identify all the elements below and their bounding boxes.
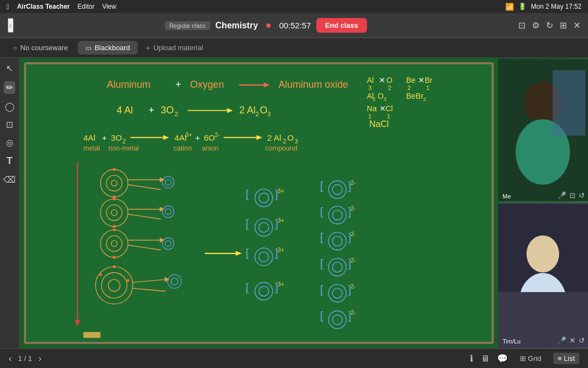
teacher-video-label: Me	[503, 193, 511, 200]
student-mic-icon[interactable]: 🎤	[558, 336, 566, 345]
cursor-tool[interactable]: ↖	[6, 63, 13, 74]
svg-text:2: 2	[255, 110, 259, 117]
bottom-bar: ‹ 1 / 1 › ℹ 🖥 💬 ⊞ Grid ≡ List	[0, 348, 588, 368]
svg-text:2 Al: 2 Al	[239, 105, 255, 116]
svg-text:+: +	[195, 133, 200, 142]
svg-text:O: O	[387, 76, 393, 85]
svg-point-126	[328, 181, 346, 198]
svg-line-78	[128, 214, 161, 219]
svg-text:Aluminum oxide: Aluminum oxide	[279, 79, 348, 90]
svg-text:[: [	[246, 188, 249, 200]
svg-text:[: [	[320, 257, 323, 269]
svg-text:Oxygen: Oxygen	[190, 79, 224, 90]
more-icon[interactable]: ↺	[579, 191, 585, 200]
apple-icon[interactable]: 	[7, 2, 9, 11]
circle-tool[interactable]: ◎	[6, 137, 14, 148]
svg-point-146	[328, 285, 346, 302]
tab-no-courseware[interactable]: ○ No courseware	[5, 41, 76, 55]
svg-text:3+: 3+	[278, 246, 284, 253]
svg-text:2: 2	[423, 96, 426, 102]
svg-text:NaCl: NaCl	[369, 119, 389, 129]
prev-page-button[interactable]: ‹	[9, 354, 11, 364]
brush-tool[interactable]: ◯	[5, 101, 15, 112]
svg-point-86	[113, 256, 115, 258]
blackboard-diagram: Aluminum + Oxygen Aluminum oxide Al ✕ O …	[26, 64, 492, 342]
student-more-icon[interactable]: ↺	[579, 336, 585, 345]
svg-text:3: 3	[368, 85, 371, 91]
page-info: 1 / 1	[18, 354, 32, 363]
back-button[interactable]: ‹	[8, 18, 14, 33]
mic-icon[interactable]: 🎤	[558, 191, 566, 200]
chat-icon[interactable]: 💬	[497, 353, 508, 364]
svg-point-137	[333, 236, 342, 246]
svg-text:2-: 2-	[351, 309, 356, 316]
svg-line-68	[128, 185, 161, 190]
svg-text:BeBr: BeBr	[406, 92, 424, 100]
grid-view-button[interactable]: ⊞ Grid	[516, 353, 546, 364]
svg-point-131	[328, 206, 346, 224]
app-name: AirClass Teacher	[17, 3, 70, 10]
student-mute-icon[interactable]: ✕	[569, 336, 575, 345]
class-subject-title: Chemistry	[216, 21, 258, 31]
bottom-right: ℹ 🖥 💬 ⊞ Grid ≡ List	[470, 353, 579, 364]
menu-editor[interactable]: Editor	[77, 3, 94, 10]
svg-point-107	[259, 193, 269, 203]
eraser-tool[interactable]: ⌫	[3, 174, 16, 185]
tab-upload-material[interactable]: ＋ Upload material	[144, 43, 203, 53]
settings-icon[interactable]: ⚙	[532, 20, 540, 31]
svg-point-71	[165, 179, 171, 185]
svg-text:+: +	[102, 133, 107, 142]
svg-text:✕: ✕	[379, 76, 385, 85]
svg-point-72	[101, 199, 128, 226]
svg-text:anion: anion	[202, 144, 219, 152]
svg-text:2: 2	[175, 110, 179, 117]
refresh-icon[interactable]: ↻	[546, 20, 553, 31]
blackboard-inner: Aluminum + Oxygen Aluminum oxide Al ✕ O …	[24, 62, 494, 344]
screen-share-icon[interactable]: ⊡	[518, 20, 525, 31]
close-icon[interactable]: ✕	[573, 20, 580, 31]
svg-text:6O: 6O	[204, 133, 216, 142]
toolbar-right: ⊡ ⚙ ↻ ⊞ ✕	[518, 20, 580, 31]
toolbar-center: Regular class Chemistry ● 00:52:57 End c…	[165, 18, 367, 33]
fullscreen-icon[interactable]: ⊡	[569, 191, 575, 200]
tab-blackboard[interactable]: ▭ Blackboard	[78, 41, 138, 55]
list-view-button[interactable]: ≡ List	[553, 353, 579, 364]
video-panel: Me 🎤 ⊡ ↺ Tim/Lu 🎤 ✕ ↺	[498, 58, 588, 348]
crop-tool[interactable]: ⊡	[6, 119, 13, 130]
menu-view[interactable]: View	[102, 3, 117, 10]
monitor-icon[interactable]: 🖥	[481, 354, 489, 364]
menubar-right: 📶 🔋 Mon 2 May 17:52	[505, 3, 581, 11]
svg-text:3+: 3+	[185, 131, 192, 138]
svg-point-70	[162, 176, 174, 188]
svg-point-63	[106, 176, 122, 191]
text-tool[interactable]: T	[7, 155, 13, 167]
next-page-button[interactable]: ›	[39, 354, 41, 364]
info-icon[interactable]: ℹ	[470, 353, 473, 364]
svg-text:4Al: 4Al	[83, 133, 95, 142]
svg-text:3: 3	[383, 96, 387, 102]
end-class-button[interactable]: End class	[316, 18, 367, 33]
svg-text:Na: Na	[367, 104, 377, 113]
svg-text:3+: 3+	[278, 188, 284, 194]
svg-point-116	[255, 248, 272, 266]
expand-icon[interactable]: ⊞	[560, 20, 567, 31]
svg-text:[: [	[246, 247, 249, 259]
pencil-tool[interactable]: ✏	[4, 81, 15, 94]
svg-text:2: 2	[122, 138, 126, 144]
svg-point-76	[113, 225, 115, 228]
blackboard-area[interactable]: Aluminum + Oxygen Aluminum oxide Al ✕ O …	[20, 58, 498, 348]
teacher-video-controls: 🎤 ⊡ ↺	[558, 191, 585, 200]
svg-point-117	[259, 252, 269, 262]
svg-point-64	[111, 180, 117, 186]
svg-text:O: O	[378, 92, 384, 100]
no-courseware-icon: ○	[13, 44, 17, 52]
svg-text:1: 1	[426, 85, 430, 91]
main-area: ↖ ✏ ◯ ⊡ ◎ T ⌫ Aluminum + Oxygen Aluminum…	[0, 58, 588, 348]
svg-point-90	[162, 238, 174, 250]
svg-point-127	[333, 185, 342, 195]
svg-text:4 Al: 4 Al	[117, 105, 133, 116]
svg-point-85	[113, 228, 115, 231]
battery-icon: 🔋	[518, 3, 526, 10]
svg-point-93	[101, 273, 127, 298]
student-video-controls: 🎤 ✕ ↺	[558, 336, 585, 345]
